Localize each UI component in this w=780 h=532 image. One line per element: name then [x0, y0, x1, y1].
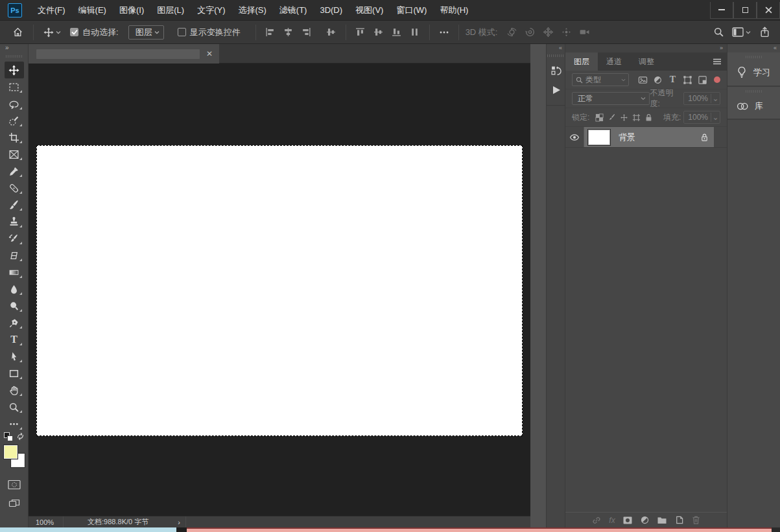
pixel-layer-filter-icon[interactable] [635, 73, 650, 86]
document-tab[interactable]: ✕ [29, 44, 219, 64]
spot-healing-brush-tool[interactable] [5, 179, 24, 196]
auto-select-checkbox[interactable]: 自动选择: [65, 23, 128, 41]
type-tool[interactable]: T [5, 331, 24, 348]
panel-menu-button[interactable] [707, 52, 727, 71]
canvas-with-selection[interactable] [36, 145, 523, 436]
3d-roll-icon[interactable] [521, 24, 539, 41]
filter-type-dropdown[interactable]: 类型 [572, 73, 629, 86]
add-layer-mask-button[interactable] [622, 516, 633, 525]
lock-image-pixels-icon[interactable] [606, 111, 618, 123]
zoom-tool[interactable] [5, 399, 24, 415]
quick-selection-tool[interactable] [5, 112, 24, 129]
lock-all-icon[interactable] [643, 111, 655, 123]
edit-toolbar-button[interactable] [5, 415, 24, 432]
align-right-edges-button[interactable] [298, 24, 316, 41]
maximize-button[interactable] [733, 2, 757, 19]
workspace-switcher-button[interactable] [727, 23, 755, 41]
minimize-button[interactable] [710, 2, 733, 19]
align-left-edges-button[interactable] [261, 24, 279, 41]
zoom-level-field[interactable]: 100% [29, 518, 63, 526]
tab-close-icon[interactable]: ✕ [205, 49, 214, 58]
3d-camera-icon[interactable] [575, 24, 593, 41]
lock-transparent-pixels-icon[interactable] [593, 111, 606, 123]
layer-style-button[interactable]: fx [609, 516, 615, 525]
lock-position-icon[interactable] [618, 111, 630, 123]
align-vertical-centers-button[interactable] [322, 24, 340, 41]
learn-panel-button[interactable]: 学习 [727, 62, 780, 79]
panel-collapse-icon[interactable]: » [565, 44, 727, 52]
blur-tool[interactable] [5, 281, 24, 297]
new-adjustment-layer-button[interactable] [640, 515, 650, 525]
libraries-panel-tile[interactable]: 库 [727, 87, 780, 120]
delete-layer-button[interactable] [691, 515, 701, 525]
3d-slide-icon[interactable] [557, 24, 575, 41]
home-button[interactable] [8, 23, 28, 41]
tab-adjustments[interactable]: 调整 [630, 52, 663, 71]
menu-type[interactable]: 文字(Y) [191, 0, 231, 21]
auto-select-target-dropdown[interactable]: 图层 [128, 25, 164, 40]
menu-filter[interactable]: 滤镜(T) [273, 0, 314, 21]
learn-panel-tile[interactable]: 学习 [727, 52, 780, 87]
smart-object-filter-icon[interactable] [695, 73, 710, 86]
rectangle-tool[interactable] [5, 365, 24, 382]
3d-orbit-icon[interactable] [502, 24, 521, 41]
layer-filter-toggle[interactable] [714, 76, 720, 83]
blend-mode-dropdown[interactable]: 正常 [572, 92, 650, 105]
dock-collapse-icon[interactable]: « [547, 44, 565, 52]
menu-window[interactable]: 窗口(W) [390, 0, 433, 21]
foreground-color-swatch[interactable] [4, 445, 18, 459]
pen-tool[interactable] [5, 314, 24, 331]
distribute-horizontal-centers-button[interactable] [406, 24, 424, 41]
align-horizontal-centers-button[interactable] [279, 24, 298, 41]
swap-colors-icon[interactable] [16, 432, 25, 441]
layer-thumbnail[interactable] [587, 129, 611, 146]
align-top-edges-button[interactable] [351, 24, 370, 41]
brush-tool[interactable] [5, 196, 24, 213]
share-button[interactable] [755, 24, 774, 41]
new-layer-button[interactable] [674, 515, 684, 525]
menu-image[interactable]: 图像(I) [113, 0, 150, 21]
menu-3d[interactable]: 3D(D) [313, 0, 349, 21]
layer-row-background[interactable]: 背景 [565, 127, 727, 148]
link-layers-button[interactable] [591, 515, 602, 526]
menu-help[interactable]: 帮助(H) [433, 0, 475, 21]
show-transform-checkbox[interactable]: 显示变换控件 [173, 23, 250, 41]
tab-channels[interactable]: 通道 [598, 52, 630, 71]
menu-layer[interactable]: 图层(L) [150, 0, 191, 21]
3d-pan-icon[interactable] [539, 24, 557, 41]
screen-mode-button[interactable] [5, 496, 24, 511]
adjustment-layer-filter-icon[interactable] [650, 73, 665, 86]
menu-file[interactable]: 文件(F) [31, 0, 72, 21]
align-middle-edges-button[interactable] [370, 24, 388, 41]
clone-stamp-tool[interactable] [5, 213, 24, 230]
move-tool[interactable] [5, 62, 24, 78]
frame-tool[interactable] [5, 146, 24, 163]
type-layer-filter-icon[interactable]: T [665, 73, 680, 86]
menu-edit[interactable]: 编辑(E) [72, 0, 113, 21]
rectangular-marquee-tool[interactable] [5, 78, 24, 95]
history-panel-button[interactable] [547, 61, 566, 80]
search-button[interactable] [709, 24, 727, 41]
tab-layers[interactable]: 图层 [565, 52, 598, 71]
align-bottom-edges-button[interactable] [388, 24, 406, 41]
gradient-tool[interactable] [5, 264, 24, 281]
status-expander-icon[interactable]: › [172, 518, 185, 526]
opacity-field[interactable]: 100% ⌄ [683, 92, 720, 105]
more-options-button[interactable] [435, 24, 453, 41]
toolbar-expand-icon[interactable]: » [0, 44, 28, 53]
path-selection-tool[interactable] [5, 348, 24, 365]
shape-layer-filter-icon[interactable] [680, 73, 695, 86]
layer-visibility-toggle[interactable] [565, 127, 584, 147]
move-tool-preset-button[interactable] [39, 23, 65, 41]
history-brush-tool[interactable] [5, 230, 24, 247]
dodge-tool[interactable] [5, 297, 24, 314]
menu-select[interactable]: 选择(S) [231, 0, 272, 21]
toolbar-grip[interactable] [6, 55, 23, 58]
actions-panel-button[interactable] [547, 80, 566, 100]
libraries-panel-button[interactable]: 库 [727, 97, 780, 112]
new-group-button[interactable] [657, 516, 667, 525]
lasso-tool[interactable] [5, 95, 24, 112]
crop-tool[interactable] [5, 129, 24, 146]
hand-tool[interactable] [5, 382, 24, 399]
close-button[interactable] [757, 2, 780, 19]
